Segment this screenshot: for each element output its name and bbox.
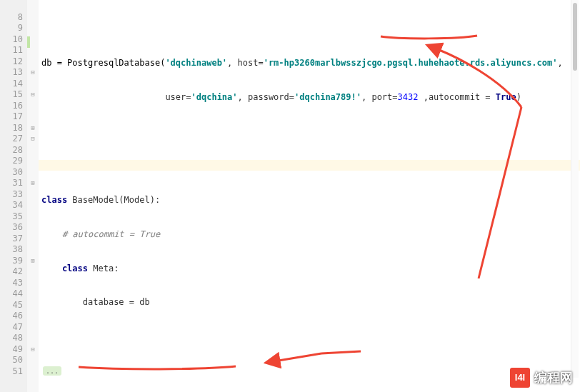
fold-column[interactable] bbox=[27, 0, 39, 392]
line-number: 13 bbox=[0, 66, 23, 78]
fold-ellipsis[interactable]: ... bbox=[43, 366, 61, 376]
fold-gutter-cell[interactable] bbox=[27, 221, 39, 233]
line-number: 33 bbox=[0, 189, 23, 200]
change-marker bbox=[27, 36, 30, 48]
line-number: 27 bbox=[0, 133, 23, 144]
fold-collapse-icon[interactable] bbox=[27, 66, 39, 78]
fold-gutter-cell[interactable] bbox=[27, 299, 39, 311]
fold-gutter-cell[interactable] bbox=[27, 111, 39, 122]
fold-gutter-cell[interactable] bbox=[27, 22, 39, 34]
line-number: 39 bbox=[0, 255, 23, 266]
line-number: 34 bbox=[0, 199, 23, 211]
line-number: 18 bbox=[0, 122, 23, 134]
fold-gutter-cell[interactable] bbox=[27, 277, 39, 288]
line-number-gutter: 8910111213141516171827282930313334353637… bbox=[0, 0, 27, 392]
line-number: 30 bbox=[0, 166, 23, 178]
line-number: 31 bbox=[0, 177, 23, 189]
line-number: 12 bbox=[0, 56, 23, 67]
fold-expand-icon[interactable] bbox=[27, 177, 39, 189]
line-number: 48 bbox=[0, 332, 23, 343]
line-number: 46 bbox=[0, 310, 23, 321]
fold-gutter-cell[interactable] bbox=[27, 199, 39, 211]
fold-gutter-cell[interactable] bbox=[27, 376, 39, 388]
fold-gutter-cell[interactable] bbox=[27, 144, 39, 156]
code-area[interactable]: db = PostgresqlDatabase('dqchinaweb', ho… bbox=[39, 0, 580, 392]
fold-gutter-cell[interactable] bbox=[27, 189, 39, 200]
fold-gutter-cell[interactable] bbox=[27, 366, 39, 377]
line-number: 36 bbox=[0, 221, 23, 233]
line-number: 50 bbox=[0, 354, 23, 366]
fold-gutter-cell[interactable] bbox=[27, 321, 39, 333]
line-number: 37 bbox=[0, 233, 23, 244]
line-number: 43 bbox=[0, 277, 23, 288]
line-number: 42 bbox=[0, 266, 23, 277]
fold-collapse-icon[interactable] bbox=[27, 343, 39, 355]
fold-gutter-cell[interactable] bbox=[27, 354, 39, 366]
fold-gutter-cell[interactable] bbox=[27, 310, 39, 321]
fold-gutter-cell[interactable] bbox=[27, 56, 39, 67]
fold-gutter-cell[interactable] bbox=[27, 243, 39, 255]
fold-gutter-cell[interactable] bbox=[27, 11, 39, 23]
line-number: 28 bbox=[0, 144, 23, 156]
fold-expand-icon[interactable] bbox=[27, 255, 39, 266]
scrollbar-thumb[interactable] bbox=[573, 3, 577, 71]
line-number: 29 bbox=[0, 155, 23, 166]
line-number: 17 bbox=[0, 111, 23, 122]
line-number: 8 bbox=[0, 11, 23, 23]
fold-gutter-cell[interactable] bbox=[27, 78, 39, 89]
fold-gutter-cell[interactable] bbox=[27, 211, 39, 222]
fold-gutter-cell[interactable] bbox=[27, 288, 39, 299]
vertical-scrollbar[interactable] bbox=[571, 0, 579, 378]
line-number: 9 bbox=[0, 22, 23, 34]
fold-gutter-cell[interactable] bbox=[27, 332, 39, 343]
line-number: 38 bbox=[0, 243, 23, 255]
fold-gutter-cell[interactable] bbox=[27, 233, 39, 244]
watermark: l4l 编程网 bbox=[510, 368, 573, 388]
watermark-logo: l4l bbox=[510, 368, 530, 388]
line-number: 51 bbox=[0, 366, 23, 377]
line-number: 45 bbox=[0, 299, 23, 311]
line-number: 44 bbox=[0, 288, 23, 299]
line-number: 10 bbox=[0, 34, 23, 45]
line-number: 35 bbox=[0, 211, 23, 222]
line-number: 11 bbox=[0, 44, 23, 56]
fold-gutter-cell[interactable] bbox=[27, 166, 39, 178]
line-number: 47 bbox=[0, 321, 23, 333]
fold-collapse-icon[interactable] bbox=[27, 89, 39, 100]
line-number: 16 bbox=[0, 100, 23, 111]
fold-expand-icon[interactable] bbox=[27, 122, 39, 134]
fold-gutter-cell[interactable] bbox=[27, 266, 39, 277]
code-editor: 8910111213141516171827282930313334353637… bbox=[0, 0, 580, 392]
fold-collapse-icon[interactable] bbox=[27, 133, 39, 144]
line-number: 15 bbox=[0, 89, 23, 100]
line-number: 14 bbox=[0, 78, 23, 89]
watermark-text: 编程网 bbox=[534, 369, 573, 386]
fold-gutter-cell[interactable] bbox=[27, 100, 39, 111]
line-number: 49 bbox=[0, 343, 23, 355]
fold-gutter-cell[interactable] bbox=[27, 155, 39, 166]
